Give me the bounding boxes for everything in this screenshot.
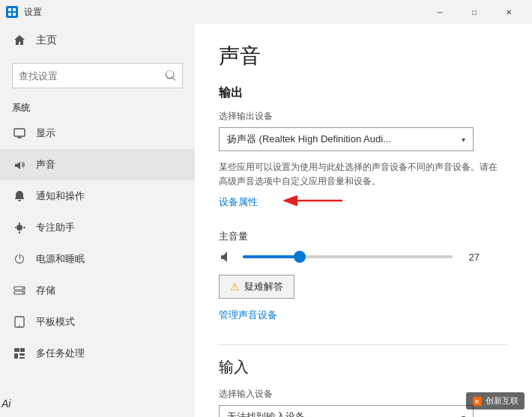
input-device-label: 选择输入设备 <box>219 388 508 401</box>
search-input[interactable] <box>19 70 161 82</box>
volume-row: 27 <box>219 249 508 264</box>
sidebar: 主页 系统 显示 <box>0 24 195 417</box>
svg-rect-0 <box>8 8 11 11</box>
watermark-text: 创新互联 <box>486 395 519 407</box>
output-device-value: 扬声器 (Realtek High Definition Audi... <box>227 133 391 146</box>
sound-icon <box>12 157 27 172</box>
storage-icon <box>12 283 27 298</box>
red-arrow-annotation <box>279 190 346 211</box>
svg-rect-3 <box>13 13 16 16</box>
warning-icon: ⚠ <box>230 281 240 293</box>
svg-point-12 <box>19 325 20 326</box>
search-icon <box>166 70 176 81</box>
section-divider <box>219 344 508 345</box>
volume-slider[interactable] <box>243 255 453 258</box>
sidebar-section-label: 系统 <box>0 97 195 118</box>
svg-rect-15 <box>14 353 18 359</box>
title-bar: 设置 ─ □ ✕ <box>0 0 532 24</box>
svg-rect-14 <box>20 348 25 352</box>
slider-fill <box>243 255 300 258</box>
search-box[interactable] <box>12 63 183 88</box>
sidebar-item-sound[interactable]: 声音 <box>0 149 195 180</box>
search-box-container <box>0 57 195 97</box>
sidebar-item-power-label: 电源和睡眠 <box>36 252 85 266</box>
sidebar-item-display[interactable]: 显示 <box>0 118 195 149</box>
minimize-button[interactable]: ─ <box>423 0 457 24</box>
svg-point-10 <box>22 292 24 293</box>
app-icon <box>6 6 18 18</box>
sidebar-item-multitask-label: 多任务处理 <box>36 347 85 360</box>
volume-value: 27 <box>462 252 480 263</box>
sidebar-item-power[interactable]: 电源和睡眠 <box>0 243 195 275</box>
svg-rect-1 <box>13 8 16 11</box>
title-bar-left: 设置 <box>6 6 42 19</box>
sidebar-item-multitask[interactable]: 多任务处理 <box>0 338 195 369</box>
volume-label: 主音量 <box>219 230 508 243</box>
content-area: 声音 输出 选择输出设备 扬声器 (Realtek High Definitio… <box>195 24 532 417</box>
input-device-value: 无法找到输入设备 <box>227 410 305 417</box>
manage-sound-link[interactable]: 管理声音设备 <box>219 308 277 322</box>
main-container: 主页 系统 显示 <box>0 24 532 417</box>
output-info-text: 某些应用可以设置为使用与此处选择的声音设备不同的声音设备。请在高级声音选项中自定… <box>219 160 504 189</box>
volume-speaker-icon <box>219 249 234 264</box>
power-icon <box>12 252 27 267</box>
sidebar-item-tablet[interactable]: 平板模式 <box>0 306 195 338</box>
sidebar-item-storage[interactable]: 存储 <box>0 275 195 306</box>
output-device-select-container: 扬声器 (Realtek High Definition Audi... ▾ <box>219 127 508 151</box>
output-section-title: 输出 <box>219 85 508 101</box>
input-section-title: 输入 <box>219 357 508 377</box>
chevron-down-icon-input: ▾ <box>462 413 465 417</box>
sidebar-item-tablet-label: 平板模式 <box>36 315 75 329</box>
tablet-icon <box>12 314 27 329</box>
volume-section: 主音量 27 <box>219 230 508 264</box>
input-device-select[interactable]: 无法找到输入设备 ▾ <box>219 405 474 417</box>
sidebar-item-display-label: 显示 <box>36 127 55 140</box>
troubleshoot-label: 疑难解答 <box>244 280 283 293</box>
display-icon <box>12 126 27 141</box>
home-icon <box>12 33 27 48</box>
home-label: 主页 <box>36 34 57 47</box>
slider-thumb[interactable] <box>294 251 306 263</box>
page-title: 声音 <box>219 42 508 70</box>
svg-rect-13 <box>14 348 19 352</box>
svg-rect-4 <box>14 129 25 136</box>
title-bar-controls: ─ □ ✕ <box>423 0 526 24</box>
multitask-icon <box>12 346 27 361</box>
sidebar-item-notifications[interactable]: 通知和操作 <box>0 180 195 212</box>
sidebar-item-focus-label: 专注助手 <box>36 221 75 234</box>
notifications-icon <box>12 189 27 204</box>
sidebar-item-sound-label: 声音 <box>36 158 55 171</box>
svg-rect-2 <box>8 13 11 16</box>
svg-rect-16 <box>19 353 25 356</box>
output-section: 输出 选择输出设备 扬声器 (Realtek High Definition A… <box>219 85 508 332</box>
sidebar-item-storage-label: 存储 <box>36 284 55 297</box>
title-bar-text: 设置 <box>24 6 42 19</box>
maximize-button[interactable]: □ <box>457 0 492 24</box>
svg-point-9 <box>22 287 24 289</box>
chevron-down-icon: ▾ <box>462 136 465 144</box>
svg-rect-17 <box>19 357 25 359</box>
sidebar-item-notifications-label: 通知和操作 <box>36 189 85 203</box>
close-button[interactable]: ✕ <box>492 0 526 24</box>
focus-icon <box>12 220 27 235</box>
svg-text:K: K <box>475 398 480 405</box>
output-device-label: 选择输出设备 <box>219 110 508 123</box>
output-device-select[interactable]: 扬声器 (Realtek High Definition Audi... ▾ <box>219 127 474 151</box>
device-props-link[interactable]: 设备属性 <box>219 195 258 209</box>
sidebar-item-focus[interactable]: 专注助手 <box>0 212 195 243</box>
watermark: K 创新互联 <box>466 392 525 410</box>
ai-label: Ai <box>1 398 10 410</box>
troubleshoot-button[interactable]: ⚠ 疑难解答 <box>219 275 294 299</box>
input-device-select-container: 无法找到输入设备 ▾ <box>219 405 508 417</box>
watermark-logo-icon: K <box>472 396 483 407</box>
sidebar-home-item[interactable]: 主页 <box>0 24 195 57</box>
input-section: 输入 选择输入设备 无法找到输入设备 ▾ <box>219 357 508 417</box>
